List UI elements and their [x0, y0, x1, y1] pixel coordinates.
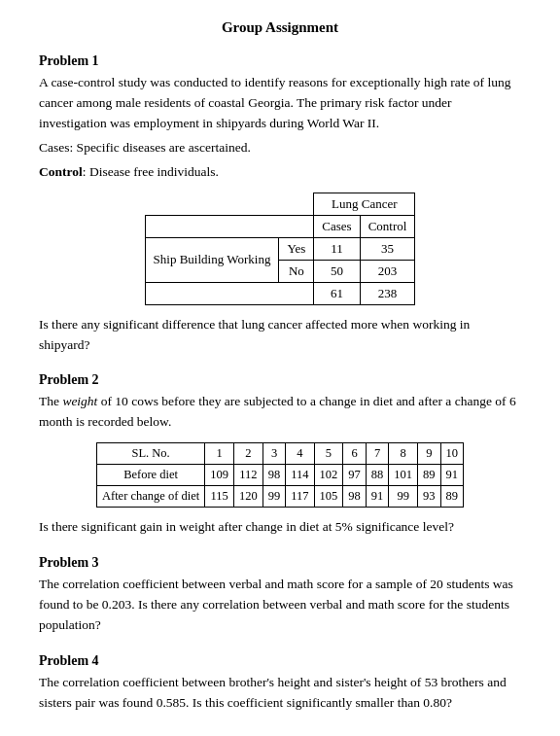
- before-10: 91: [440, 465, 464, 486]
- yes-control: 35: [360, 237, 415, 260]
- before-diet-label: Before diet: [96, 465, 204, 486]
- before-2: 112: [234, 465, 263, 486]
- after-diet-label: After change of diet: [96, 486, 204, 508]
- col2-header: 2: [234, 443, 263, 465]
- problem-3-heading: Problem 3: [39, 555, 521, 571]
- before-1: 109: [205, 465, 234, 486]
- diet-table: SL. No. 1 2 3 4 5 6 7 8 9 10 Before diet…: [96, 442, 464, 508]
- col5-header: 5: [314, 443, 343, 465]
- problem-1-heading: Problem 1: [39, 53, 521, 69]
- diet-table-wrapper: SL. No. 1 2 3 4 5 6 7 8 9 10 Before diet…: [39, 442, 521, 508]
- problem-2-question: Is there significant gain in weight afte…: [39, 517, 521, 538]
- after-9: 93: [418, 486, 441, 508]
- ship-building-label: Ship Building Working: [145, 237, 279, 282]
- after-2: 120: [234, 486, 263, 508]
- problem-1-block: Problem 1 A case-control study was condu…: [39, 53, 521, 355]
- problem-3-text: The correlation coefficient between verb…: [39, 575, 521, 636]
- col3-header: 3: [262, 443, 286, 465]
- after-1: 115: [205, 486, 234, 508]
- problem-1-text-3: Control: Disease free individuals.: [39, 162, 521, 183]
- lung-cancer-header: Lung Cancer: [314, 193, 415, 215]
- page-title: Group Assignment: [39, 19, 521, 36]
- problem-4-text: The correlation coefficient between brot…: [39, 673, 521, 714]
- lung-cancer-table-wrapper: Lung Cancer Cases Control Ship Building …: [39, 193, 521, 305]
- before-5: 102: [314, 465, 343, 486]
- problem-3-block: Problem 3 The correlation coefficient be…: [39, 555, 521, 636]
- after-8: 99: [389, 486, 418, 508]
- after-6: 98: [343, 486, 367, 508]
- control-bold: Control: [39, 164, 83, 179]
- problem-4-block: Problem 4 The correlation coefficient be…: [39, 653, 521, 714]
- no-label: No: [279, 260, 314, 282]
- before-8: 101: [389, 465, 418, 486]
- col4-header: 4: [286, 443, 314, 465]
- total-control: 238: [360, 282, 415, 304]
- control-text: : Disease free individuals.: [83, 164, 219, 179]
- problem-2-block: Problem 2 The weight of 10 cows before t…: [39, 372, 521, 538]
- problem-1-text-1: A case-control study was conducted to id…: [39, 73, 521, 134]
- after-4: 117: [286, 486, 314, 508]
- problem-4-heading: Problem 4: [39, 653, 521, 669]
- col8-header: 8: [389, 443, 418, 465]
- yes-label: Yes: [279, 237, 314, 260]
- problem-1-text-2: Cases: Specific diseases are ascertained…: [39, 138, 521, 158]
- cases-header: Cases: [314, 215, 360, 237]
- before-9: 89: [418, 465, 441, 486]
- after-5: 105: [314, 486, 343, 508]
- after-7: 91: [366, 486, 389, 508]
- before-7: 88: [366, 465, 389, 486]
- slno-header: SL. No.: [96, 443, 204, 465]
- before-4: 114: [286, 465, 314, 486]
- before-3: 98: [262, 465, 286, 486]
- no-cases: 50: [314, 260, 360, 282]
- problem-2-heading: Problem 2: [39, 372, 521, 388]
- problem-2-text: The weight of 10 cows before they are su…: [39, 392, 521, 433]
- no-control: 203: [360, 260, 415, 282]
- control-header: Control: [360, 215, 415, 237]
- after-3: 99: [262, 486, 286, 508]
- col7-header: 7: [366, 443, 389, 465]
- weight-italic: weight: [62, 394, 97, 408]
- col10-header: 10: [440, 443, 464, 465]
- problem-1-question: Is there any significant difference that…: [39, 315, 521, 356]
- yes-cases: 11: [314, 237, 360, 260]
- col1-header: 1: [205, 443, 234, 465]
- col9-header: 9: [418, 443, 441, 465]
- after-10: 89: [440, 486, 464, 508]
- total-cases: 61: [314, 282, 360, 304]
- col6-header: 6: [343, 443, 367, 465]
- before-6: 97: [343, 465, 367, 486]
- lung-cancer-table: Lung Cancer Cases Control Ship Building …: [145, 193, 416, 305]
